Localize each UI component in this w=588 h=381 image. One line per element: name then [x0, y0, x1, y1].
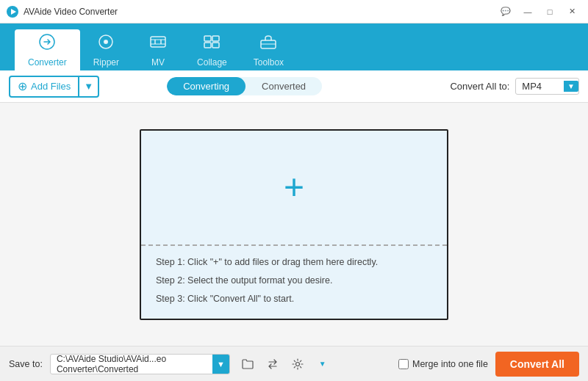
add-files-button[interactable]: ⊕ Add Files ▼	[9, 76, 99, 98]
ripper-icon	[97, 33, 115, 54]
merge-checkbox-input[interactable]	[398, 359, 409, 369]
drop-zone-top[interactable]: +	[141, 131, 447, 244]
tab-group: Converting Converted	[167, 77, 322, 95]
bottom-bar: Save to: C:\AVAide Studio\AVAid...eo Con…	[0, 346, 588, 381]
bottom-icons: ▼	[237, 354, 333, 374]
converter-icon	[38, 33, 56, 54]
plus-icon: +	[284, 170, 304, 205]
main-content: + Step 1: Click "+" to add files or drag…	[0, 103, 588, 346]
nav-bar: Converter Ripper MV	[0, 23, 588, 70]
add-files-main[interactable]: ⊕ Add Files	[10, 79, 78, 93]
app-title: AVAide Video Converter	[24, 7, 118, 17]
format-dropdown-arrow: ▼	[564, 81, 578, 92]
svg-point-5	[105, 41, 107, 43]
toolbox-icon	[259, 33, 277, 54]
transfer-icon	[267, 358, 279, 370]
svg-point-12	[295, 362, 299, 366]
nav-item-converter[interactable]: Converter	[15, 29, 80, 70]
svg-rect-9	[204, 43, 211, 48]
drop-zone[interactable]: + Step 1: Click "+" to add files or drag…	[140, 129, 448, 320]
merge-label: Merge into one file	[412, 359, 488, 369]
save-path-text: C:\AVAide Studio\AVAid...eo Converter\Co…	[51, 354, 212, 374]
settings-arrow-icon-btn[interactable]: ▼	[312, 354, 333, 374]
transfer-icon-btn[interactable]	[262, 354, 283, 374]
converter-label: Converter	[28, 57, 67, 68]
step3-text: Step 3: Click "Convert All" to start.	[156, 291, 432, 306]
app-icon	[6, 5, 19, 18]
save-to-label: Save to:	[9, 359, 43, 369]
toolbox-label: Toolbox	[254, 57, 284, 68]
mv-icon	[149, 33, 167, 54]
format-value: MP4	[522, 81, 542, 92]
ripper-label: Ripper	[93, 57, 119, 68]
close-button[interactable]: ✕	[562, 4, 582, 20]
maximize-button[interactable]: □	[539, 4, 560, 20]
toolbar: ⊕ Add Files ▼ Converting Converted Conve…	[0, 70, 588, 103]
tab-converted[interactable]: Converted	[245, 77, 322, 95]
save-path-input[interactable]: C:\AVAide Studio\AVAid...eo Converter\Co…	[50, 354, 230, 374]
convert-all-to-label: Convert All to:	[450, 81, 509, 92]
add-files-dropdown-arrow[interactable]: ▼	[78, 77, 98, 96]
svg-rect-7	[204, 36, 211, 41]
step2-text: Step 2: Select the output format you des…	[156, 273, 432, 288]
nav-item-toolbox[interactable]: Toolbox	[240, 29, 297, 70]
svg-rect-10	[212, 43, 219, 48]
save-path-dropdown[interactable]: ▼	[212, 355, 229, 374]
format-dropdown[interactable]: MP4 ▼	[515, 78, 579, 95]
folder-icon	[242, 358, 254, 370]
svg-rect-8	[212, 36, 219, 41]
settings-icon	[292, 358, 304, 370]
minimize-button[interactable]: —	[517, 4, 538, 20]
convert-all-button[interactable]: Convert All	[495, 352, 579, 377]
settings-icon-btn[interactable]	[287, 354, 308, 374]
drop-zone-instructions: Step 1: Click "+" to add files or drag t…	[141, 246, 447, 319]
merge-checkbox-section: Merge into one file	[398, 359, 488, 369]
step1-text: Step 1: Click "+" to add files or drag t…	[156, 255, 432, 269]
add-circle-icon: ⊕	[18, 79, 27, 93]
collage-label: Collage	[197, 57, 227, 68]
nav-item-collage[interactable]: Collage	[184, 29, 240, 70]
convert-all-to-section: Convert All to: MP4 ▼	[450, 78, 579, 95]
chat-button[interactable]: 💬	[495, 4, 516, 20]
svg-rect-6	[151, 37, 165, 47]
nav-item-ripper[interactable]: Ripper	[80, 29, 132, 70]
mv-label: MV	[151, 57, 165, 68]
folder-icon-btn[interactable]	[237, 354, 258, 374]
app-logo: AVAide Video Converter	[6, 5, 118, 18]
nav-item-mv[interactable]: MV	[132, 29, 184, 70]
add-files-label: Add Files	[31, 81, 71, 92]
tab-converting[interactable]: Converting	[167, 77, 245, 95]
window-controls: 💬 — □ ✕	[495, 4, 582, 20]
title-bar: AVAide Video Converter 💬 — □ ✕	[0, 0, 588, 23]
collage-icon	[203, 33, 220, 54]
